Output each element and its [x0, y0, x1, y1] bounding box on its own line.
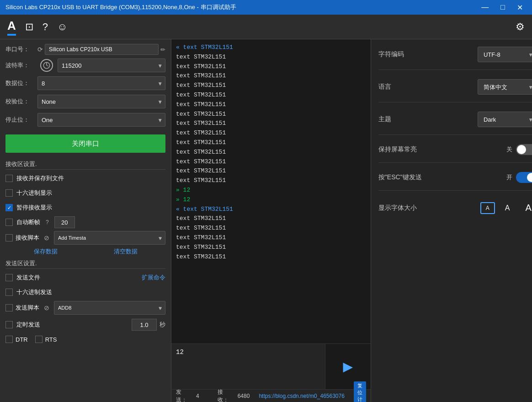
- encoding-row: 字符编码 UTF-8 GBK ASCII ▾: [378, 47, 532, 70]
- main-layout: 串口号： ⟳ ✏ 波特率： 115200 9600 57600 38400 ▾: [0, 39, 532, 402]
- dtr-item: DTR: [5, 336, 28, 343]
- close-button[interactable]: ✕: [513, 2, 527, 13]
- dtr-checkbox[interactable]: [5, 336, 13, 343]
- send-script-dropdown-wrapper: ADD8 ▾: [54, 301, 165, 315]
- recv-pause-row[interactable]: 暂停接收显示: [5, 202, 165, 214]
- keep-screen-knob: [517, 145, 526, 154]
- language-select[interactable]: 简体中文 English: [478, 79, 532, 95]
- svg-line-2: [47, 65, 48, 66]
- maximize-button[interactable]: □: [497, 2, 509, 13]
- auto-frame-help[interactable]: ?: [46, 219, 49, 225]
- auto-frame-checkbox[interactable]: [5, 219, 13, 226]
- send-hex-label: 十六进制发送: [16, 288, 52, 296]
- recv-hex-checkbox[interactable]: [5, 189, 13, 197]
- keep-screen-toggle[interactable]: [516, 144, 532, 155]
- esc-send-toggle[interactable]: [516, 172, 532, 183]
- esc-send-knob: [527, 173, 532, 182]
- expand-cmd-link[interactable]: 扩展命令: [142, 273, 165, 282]
- send-input[interactable]: 12: [171, 344, 325, 389]
- save-data-link[interactable]: 保存数据: [34, 247, 58, 256]
- minimize-button[interactable]: —: [478, 2, 492, 13]
- databits-select[interactable]: 8 7 6 5: [37, 76, 165, 90]
- emoji-icon[interactable]: ☺: [57, 21, 67, 33]
- stopbits-select[interactable]: One Two OnePointFive: [37, 113, 165, 127]
- clear-data-link[interactable]: 清空数据: [114, 247, 138, 256]
- send-file-row: 发送文件 扩展命令: [5, 272, 165, 284]
- send-hex-checkbox[interactable]: [5, 289, 13, 296]
- auto-frame-label: 自动断帧: [16, 218, 40, 226]
- send-script-row: 发送脚本 ⊘ ADD8 ▾: [5, 301, 165, 315]
- close-port-button[interactable]: 关闭串口: [5, 134, 165, 153]
- port-input[interactable]: [45, 44, 159, 55]
- parity-label: 校验位：: [5, 97, 37, 106]
- theme-dropdown-wrapper: Dark Light ▾: [478, 112, 532, 127]
- recv-count: 6480: [238, 393, 250, 399]
- theme-label: 主题: [378, 115, 391, 123]
- send-script-icon: ⊘: [44, 304, 49, 311]
- stopbits-row: 停止位： One Two OnePointFive ▾: [5, 113, 165, 127]
- baud-select[interactable]: 115200 9600 57600 38400: [58, 59, 165, 72]
- send-script-label: 发送脚本: [16, 304, 39, 312]
- recv-pause-checkbox[interactable]: [5, 204, 13, 211]
- status-link[interactable]: https://blog.csdn.net/m0_46563076: [259, 393, 344, 399]
- recv-save-label: 接收并保存到文件: [16, 174, 64, 182]
- timer-checkbox[interactable]: [5, 321, 13, 328]
- send-hex-row[interactable]: 十六进制发送: [5, 286, 165, 298]
- port-label: 串口号：: [5, 45, 37, 54]
- help-icon[interactable]: ?: [43, 21, 48, 33]
- send-script-select[interactable]: ADD8: [54, 301, 165, 315]
- encoding-select[interactable]: UTF-8 GBK ASCII: [478, 47, 532, 62]
- keep-screen-label: 保持屏幕常亮: [378, 145, 417, 154]
- center-panel: « text STM32L151text STM32L151text STM32…: [171, 39, 371, 402]
- rts-checkbox[interactable]: [35, 336, 43, 343]
- baud-label: 波特率：: [5, 61, 37, 70]
- send-arrow-icon: ►: [340, 357, 356, 376]
- recv-label: 接收：: [218, 388, 229, 402]
- recv-save-checkbox[interactable]: [5, 175, 13, 182]
- send-script-checkbox[interactable]: [5, 304, 13, 311]
- recv-script-select[interactable]: Add Timesta: [54, 231, 165, 245]
- parity-dropdown-wrapper: None Even Odd ▾: [37, 95, 165, 108]
- font-small-button[interactable]: A: [480, 202, 495, 214]
- keep-screen-row: 保持屏幕常亮 关: [378, 144, 532, 163]
- language-row: 语言 简体中文 English ▾: [378, 79, 532, 102]
- auto-frame-input[interactable]: [54, 216, 75, 228]
- parity-row: 校验位： None Even Odd ▾: [5, 94, 165, 109]
- toolbar-left-icons: A ⊡ ? ☺: [7, 19, 68, 35]
- edit-icon[interactable]: ✏: [160, 46, 165, 53]
- reset-count-button[interactable]: 复位计数: [354, 381, 366, 402]
- timer-unit: 秒: [160, 321, 165, 329]
- encoding-dropdown-wrapper: UTF-8 GBK ASCII ▾: [478, 47, 532, 62]
- recv-section-header: 接收区设置.: [5, 160, 165, 170]
- encoding-label: 字符编码: [378, 50, 404, 59]
- esc-send-row: 按"ESC"键发送 开: [378, 172, 532, 191]
- esc-send-toggle-wrapper: 开: [506, 172, 532, 183]
- font-medium-button[interactable]: A: [500, 201, 516, 215]
- font-size-buttons: A A A: [480, 200, 532, 216]
- dtr-rts-row: DTR RTS: [5, 336, 165, 343]
- refresh-icon[interactable]: ⟳: [37, 46, 43, 53]
- font-large-button[interactable]: A: [520, 200, 532, 216]
- baud-dropdown-wrapper: 115200 9600 57600 38400 ▾: [58, 59, 165, 72]
- esc-send-label: 按"ESC"键发送: [378, 173, 422, 182]
- left-panel: 串口号： ⟳ ✏ 波特率： 115200 9600 57600 38400 ▾: [0, 39, 171, 402]
- crop-icon[interactable]: ⊡: [25, 21, 33, 33]
- recv-script-checkbox[interactable]: [5, 234, 13, 241]
- recv-script-label: 接收脚本: [16, 234, 39, 242]
- theme-select[interactable]: Dark Light: [478, 112, 532, 127]
- recv-hex-row[interactable]: 十六进制显示: [5, 187, 165, 199]
- databits-label: 数据位：: [5, 79, 37, 87]
- rts-item: RTS: [35, 336, 57, 343]
- font-icon[interactable]: A: [7, 19, 16, 35]
- send-file-checkbox[interactable]: [5, 274, 13, 281]
- timer-input[interactable]: [132, 319, 157, 331]
- recv-script-row: 接收脚本 ⊘ Add Timesta ▾: [5, 231, 165, 245]
- parity-select[interactable]: None Even Odd: [37, 95, 165, 108]
- stopbits-dropdown-wrapper: One Two OnePointFive ▾: [37, 113, 165, 127]
- recv-save-row[interactable]: 接收并保存到文件: [5, 172, 165, 184]
- terminal-output[interactable]: « text STM32L151text STM32L151text STM32…: [171, 39, 371, 343]
- font-size-label: 显示字体大小: [378, 204, 417, 212]
- settings-icon[interactable]: ⚙: [516, 21, 525, 33]
- dtr-label: DTR: [16, 336, 28, 343]
- send-file-label: 发送文件: [16, 273, 40, 282]
